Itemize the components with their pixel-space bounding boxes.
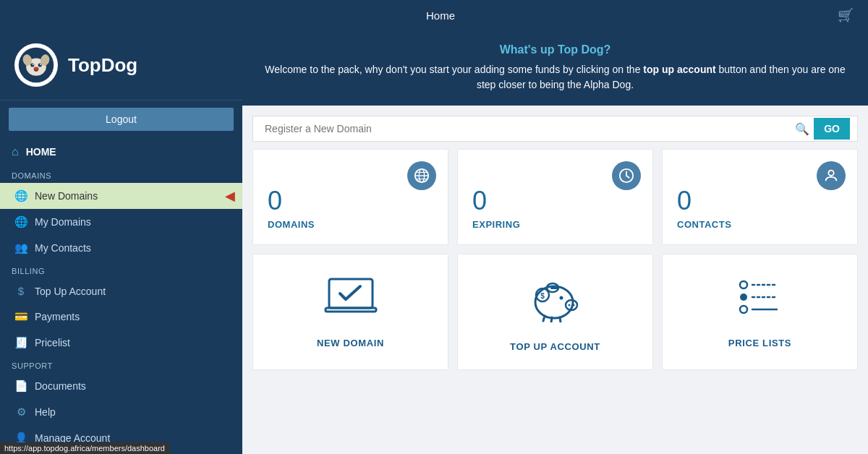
nav-item-label: Top Up Account <box>35 286 106 297</box>
sidebar: TopDog Logout ⌂ HOME DOMAINS 🌐 New Domai… <box>0 30 242 454</box>
top-bar: Home 🛒 <box>0 0 868 30</box>
stats-row: 0 DOMAINS 0 EXPIRING <box>252 149 858 245</box>
stat-card-domains: 0 DOMAINS <box>252 149 448 245</box>
nav-item-label: My Contacts <box>35 242 91 254</box>
domains-stat-icon <box>407 161 436 190</box>
price-lists-label: PRICE LISTS <box>728 338 791 348</box>
svg-line-27 <box>543 316 545 321</box>
svg-point-25 <box>559 296 563 300</box>
sidebar-logo <box>14 43 58 87</box>
svg-point-23 <box>572 304 574 307</box>
search-go-button[interactable]: GO <box>814 118 850 140</box>
contacts-label: CONTACTS <box>677 219 731 230</box>
sidebar-item-help[interactable]: ⚙ Help <box>0 399 242 425</box>
svg-rect-19 <box>326 308 376 312</box>
svg-point-34 <box>740 294 747 301</box>
home-icon: ⌂ <box>12 145 19 158</box>
url-bar: https://app.topdog.africa/members/dashbo… <box>0 442 169 454</box>
domain-search-input[interactable] <box>260 116 795 141</box>
nav-arrow-icon: ◀ <box>225 188 235 204</box>
receipt-icon: 🧾 <box>14 336 27 349</box>
doc-icon: 📄 <box>14 380 27 393</box>
price-lists-icon <box>735 275 786 327</box>
domains-count: 0 <box>268 186 282 216</box>
svg-line-28 <box>551 317 552 322</box>
svg-point-22 <box>568 304 570 307</box>
nav-section-domains: DOMAINS <box>0 166 242 183</box>
nav-item-label: Help <box>35 406 56 418</box>
top-up-label: TOP UP ACCOUNT <box>510 341 600 352</box>
welcome-message: Welcome to the pack, why don't you start… <box>264 62 846 93</box>
topdog-logo-icon <box>17 46 55 84</box>
nav-home[interactable]: ⌂ HOME <box>0 138 242 166</box>
sidebar-item-my-contacts[interactable]: 👥 My Contacts <box>0 235 242 261</box>
logout-button[interactable]: Logout <box>9 108 234 131</box>
stat-card-expiring: 0 EXPIRING <box>457 149 653 245</box>
actions-row: NEW DOMAIN <box>252 254 858 370</box>
content-area: What's up Top Dog? Welcome to the pack, … <box>242 30 868 454</box>
sidebar-item-my-domains[interactable]: 🌐 My Domains <box>0 209 242 235</box>
sidebar-item-pricelist[interactable]: 🧾 Pricelist <box>0 330 242 356</box>
sidebar-item-documents[interactable]: 📄 Documents <box>0 373 242 399</box>
expiring-label: EXPIRING <box>472 219 520 230</box>
new-domain-icon <box>322 275 380 327</box>
clock-stat-icon <box>618 168 634 184</box>
globe-stat-icon <box>414 168 430 184</box>
person-stat-icon <box>823 168 839 184</box>
piggy-bank-icon: $ <box>527 272 584 322</box>
svg-point-5 <box>38 63 42 67</box>
expiring-count: 0 <box>472 186 487 216</box>
svg-point-7 <box>40 64 41 65</box>
nav-section-support: SUPPORT <box>0 356 242 373</box>
svg-text:$: $ <box>540 292 545 300</box>
contacts-count: 0 <box>677 186 692 216</box>
help-icon: ⚙ <box>14 406 27 419</box>
welcome-banner: What's up Top Dog? Welcome to the pack, … <box>242 30 868 106</box>
sidebar-item-new-domains[interactable]: 🌐 New Domains ◀ <box>0 183 242 209</box>
domains-label: DOMAINS <box>268 219 315 230</box>
sidebar-brand: TopDog <box>0 30 242 100</box>
svg-point-32 <box>740 281 747 288</box>
nav-item-label: Pricelist <box>35 337 70 348</box>
svg-point-36 <box>740 306 747 313</box>
svg-line-16 <box>626 176 629 178</box>
card-icon: 💳 <box>14 310 27 323</box>
action-card-price-lists[interactable]: PRICE LISTS <box>662 254 858 370</box>
nav-section-billing: BILLING <box>0 261 242 278</box>
nav-item-label: Documents <box>35 380 86 392</box>
people-icon: 👥 <box>14 241 27 254</box>
top-bar-title: Home <box>426 9 455 22</box>
nav-item-label: My Domains <box>35 216 91 228</box>
svg-point-4 <box>30 63 34 67</box>
search-icon: 🔍 <box>795 122 809 136</box>
top-up-icon: $ <box>527 272 584 331</box>
brand-name: TopDog <box>68 54 137 77</box>
nav-home-label: HOME <box>26 146 56 158</box>
nav-item-label: New Domains <box>35 190 98 202</box>
svg-point-6 <box>33 64 34 65</box>
list-icon <box>735 275 786 319</box>
globe-icon: 🌐 <box>14 189 27 202</box>
nav-item-label: Payments <box>35 311 80 322</box>
sidebar-item-payments[interactable]: 💳 Payments <box>0 304 242 330</box>
svg-line-29 <box>560 317 561 322</box>
globe-icon-2: 🌐 <box>14 215 27 228</box>
expiring-stat-icon <box>612 161 641 190</box>
cart-icon[interactable]: 🛒 <box>838 7 854 23</box>
dollar-icon: $ <box>14 285 27 297</box>
sidebar-item-top-up[interactable]: $ Top Up Account <box>0 278 242 304</box>
contacts-stat-icon <box>817 161 846 190</box>
new-domain-label: NEW DOMAIN <box>317 338 384 348</box>
action-card-top-up[interactable]: $ TOP UP ACCOUNT <box>457 254 653 370</box>
laptop-check-icon <box>322 275 380 319</box>
search-bar: 🔍 GO <box>252 116 858 142</box>
svg-rect-26 <box>550 287 559 289</box>
stat-card-contacts: 0 CONTACTS <box>662 149 858 245</box>
svg-point-17 <box>828 171 833 176</box>
action-card-new-domain[interactable]: NEW DOMAIN <box>252 254 448 370</box>
sidebar-nav: ⌂ HOME DOMAINS 🌐 New Domains ◀ 🌐 My Doma… <box>0 138 242 454</box>
welcome-heading: What's up Top Dog? <box>264 43 846 56</box>
